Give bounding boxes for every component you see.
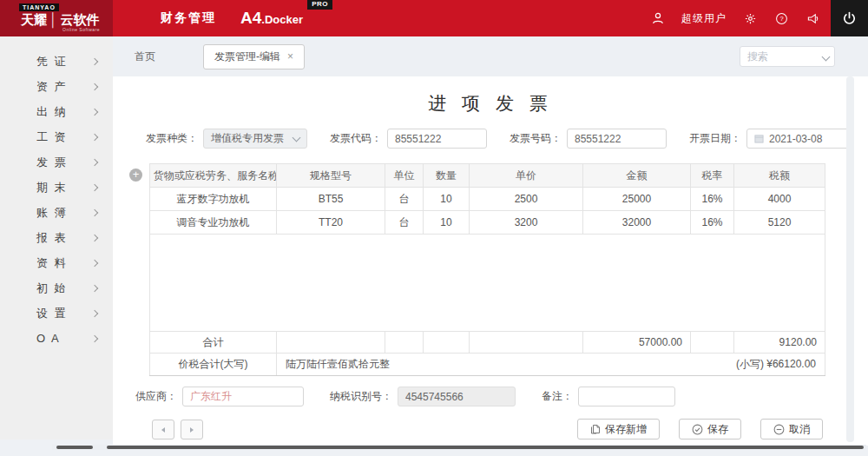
table-header-row: 货物或应税劳务、服务名称 规格型号 单位 数量 单价 金额 税率 税额 xyxy=(150,164,825,188)
next-record-button[interactable] xyxy=(181,420,203,439)
action-buttons: 保存新增 保存 取消 xyxy=(577,419,823,439)
invoice-date-picker[interactable]: 2021-03-08 xyxy=(746,129,849,149)
tab-close-icon[interactable]: × xyxy=(287,50,293,63)
chevron-right-icon xyxy=(91,334,98,341)
product-main: A4 xyxy=(240,9,261,27)
logo-badge: TIANYAO xyxy=(19,3,59,11)
cell-unit[interactable]: 台 xyxy=(385,211,424,235)
sidebar-item-payroll[interactable]: 工 资 xyxy=(0,124,113,149)
cell-spec[interactable]: TT20 xyxy=(277,211,385,235)
previous-record-button[interactable] xyxy=(152,420,174,439)
svg-text:?: ? xyxy=(779,15,783,23)
cell-amount[interactable]: 25000 xyxy=(583,188,691,211)
tax-id-label: 纳税识别号： xyxy=(330,389,392,404)
sidebar-item-settings[interactable]: 设 置 xyxy=(0,301,113,326)
cell-tax-rate[interactable]: 16% xyxy=(691,188,734,211)
horizontal-scrollbar-thumb[interactable] xyxy=(56,446,93,449)
col-header-unit: 单位 xyxy=(385,164,424,188)
sidebar-item-reports[interactable]: 报 表 xyxy=(0,225,113,250)
supplier-label: 供应商： xyxy=(135,389,177,404)
cell-item-name[interactable]: 蓝牙数字功放机 xyxy=(150,188,277,211)
invoice-type-select[interactable]: 增值税专用发票 xyxy=(203,129,307,149)
content-area: 首页 发票管理-编辑 × 进 项 发 票 发票种类： 增值税专用发票 xyxy=(113,36,868,456)
arrow-right-icon xyxy=(188,426,195,433)
invoice-type-value: 增值税专用发票 xyxy=(211,131,284,146)
sidebar-item-initial[interactable]: 初 始 xyxy=(0,275,113,301)
cell-amount[interactable]: 32000 xyxy=(583,211,691,235)
sidebar-item-cashier[interactable]: 出 纳 xyxy=(0,99,113,124)
sidebar-item-label: 资 料 xyxy=(36,255,68,271)
top-header: TIANYAO 天耀│云软件 Online Software 财务管理 A4.D… xyxy=(0,0,868,36)
save-and-new-button[interactable]: 保存新增 xyxy=(577,419,660,439)
total-label-cell: 合计 xyxy=(150,332,277,354)
sidebar-item-label: 凭 证 xyxy=(36,54,68,69)
add-row-button[interactable]: + xyxy=(129,169,142,182)
invoice-number-input[interactable] xyxy=(567,129,667,149)
total-tax-cell: 9120.00 xyxy=(734,332,825,354)
help-icon[interactable]: ? xyxy=(773,10,789,26)
grand-amount-words: 陆万陆仟壹佰贰拾元整 xyxy=(286,357,390,372)
total-amount-cell: 57000.00 xyxy=(583,332,691,354)
horizontal-scrollbar-thumb[interactable] xyxy=(107,446,864,449)
search-combobox xyxy=(740,46,835,67)
tax-id-input[interactable] xyxy=(398,387,516,406)
cell-item-name[interactable]: 调音专业功放机 xyxy=(150,211,277,235)
invoice-code-input[interactable] xyxy=(387,129,487,149)
settings-gear-icon[interactable] xyxy=(742,10,758,26)
invoice-type-field: 发票种类： 增值税专用发票 xyxy=(146,129,307,149)
cell-unit-price[interactable]: 3200 xyxy=(470,211,583,235)
sidebar-item-invoice[interactable]: 发 票 xyxy=(0,149,113,175)
sidebar-item-label: 工 资 xyxy=(36,129,68,145)
cell-spec[interactable]: BT55 xyxy=(277,188,385,211)
save-button[interactable]: 保存 xyxy=(679,419,741,439)
breadcrumb-home[interactable]: 首页 xyxy=(135,50,155,64)
logout-power-button[interactable] xyxy=(831,0,868,36)
sidebar-item-period-end[interactable]: 期 末 xyxy=(0,175,113,200)
supplier-field: 供应商： xyxy=(135,387,304,406)
announcement-icon[interactable] xyxy=(805,10,820,26)
chevron-right-icon xyxy=(91,108,98,115)
cell-unit-price[interactable]: 2500 xyxy=(470,188,583,211)
cell-qty[interactable]: 10 xyxy=(424,211,470,235)
sidebar-item-voucher[interactable]: 凭 证 xyxy=(0,49,113,74)
table-row[interactable]: 蓝牙数字功放机 BT55 台 10 2500 25000 16% 4000 xyxy=(150,188,825,211)
sidebar-item-assets[interactable]: 资 产 xyxy=(0,74,113,99)
tax-id-field: 纳税识别号： xyxy=(330,387,516,406)
table-empty-area xyxy=(150,235,825,332)
chevron-right-icon xyxy=(91,183,98,190)
tab-invoice-edit[interactable]: 发票管理-编辑 × xyxy=(203,44,305,69)
sidebar-item-ledger[interactable]: 账 簿 xyxy=(0,200,113,225)
sidebar-item-data[interactable]: 资 料 xyxy=(0,250,113,275)
col-header-tax-amount: 税额 xyxy=(734,164,825,188)
cell-tax-rate[interactable]: 16% xyxy=(691,211,734,235)
total-empty-cell xyxy=(277,332,385,354)
cell-tax-amount[interactable]: 5120 xyxy=(734,211,825,235)
grand-value-cell: 陆万陆仟壹佰贰拾元整 (小写) ¥66120.00 xyxy=(277,354,825,376)
user-icon[interactable] xyxy=(650,10,666,26)
sidebar-item-label: 资 产 xyxy=(36,79,68,95)
remark-input[interactable] xyxy=(578,387,675,406)
sidebar-item-oa[interactable]: O A xyxy=(0,326,113,351)
grand-amount-numeric: (小写) ¥66120.00 xyxy=(736,357,816,372)
minus-circle-icon xyxy=(773,424,785,435)
cell-tax-amount[interactable]: 4000 xyxy=(734,188,825,211)
invoice-number-field: 发票号码： xyxy=(510,129,667,149)
arrow-left-icon xyxy=(160,426,167,433)
vertical-scrollbar[interactable] xyxy=(846,76,854,442)
chevron-right-icon xyxy=(91,133,98,140)
save-and-new-label: 保存新增 xyxy=(605,422,647,437)
header-toolbar: 超级用户 ? xyxy=(650,0,820,36)
current-user-label[interactable]: 超级用户 xyxy=(681,11,727,26)
search-input[interactable] xyxy=(740,46,835,67)
invoice-items-table: 货物或应税劳务、服务名称 规格型号 单位 数量 单价 金额 税率 税额 蓝牙数字 xyxy=(149,163,825,376)
table-row[interactable]: 调音专业功放机 TT20 台 10 3200 32000 16% 5120 xyxy=(150,211,825,235)
remark-label: 备注： xyxy=(542,389,573,404)
cell-unit[interactable]: 台 xyxy=(385,188,424,211)
sidebar-item-label: 期 末 xyxy=(36,180,68,195)
product-suffix: .Docker xyxy=(261,13,303,26)
logo: TIANYAO 天耀│云软件 Online Software xyxy=(0,0,113,36)
cell-qty[interactable]: 10 xyxy=(424,188,470,211)
cancel-button[interactable]: 取消 xyxy=(760,419,823,439)
supplier-input[interactable] xyxy=(182,387,304,406)
chevron-down-icon xyxy=(293,133,301,142)
